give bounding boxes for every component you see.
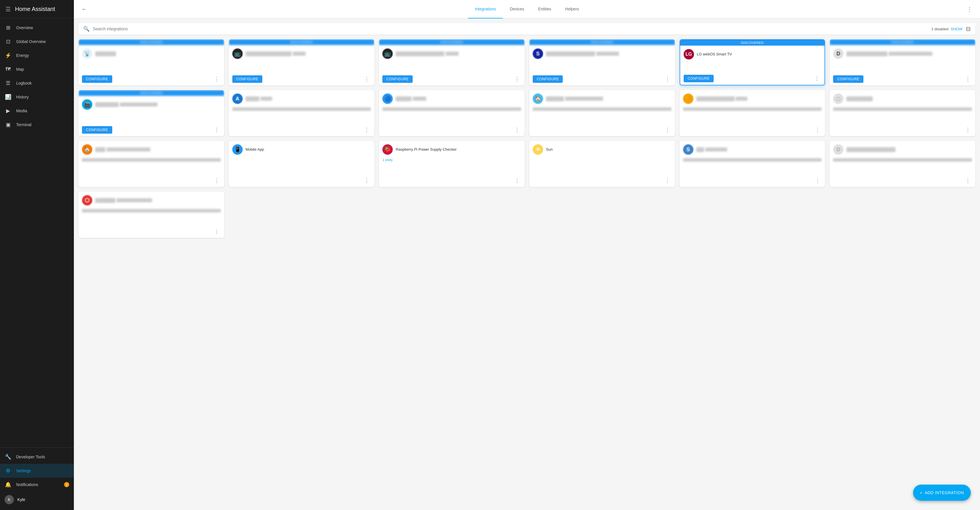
card-links[interactable]: N device and N+ entities [833, 158, 972, 162]
configure-button[interactable]: CONFIGURE [82, 75, 112, 83]
card-icon: S [533, 48, 543, 59]
card-links[interactable]: 1 entity [382, 158, 521, 162]
card-header-row: LG LG webOS Smart TV [684, 49, 821, 59]
integration-card-rpi[interactable]: 🍓 Raspberry Pi Power Supply Checker 1 en… [379, 141, 525, 187]
sidebar-item-global-overview[interactable]: ⊡ Global Overview [0, 35, 74, 48]
card-links[interactable]: N device and N+ entities [683, 158, 822, 162]
card-footer: ⋮ [679, 174, 825, 187]
integration-card-google-cast[interactable]: Discovered 📡 Google Cast CONFIGURE⋮ [78, 39, 224, 85]
tab-entities[interactable]: Entities [531, 0, 558, 19]
card-footer: CONFIGURE⋮ [78, 73, 224, 85]
card-icon: ⬡ [82, 195, 92, 206]
card-more-button[interactable]: ⋮ [213, 75, 221, 83]
integration-card-lg-webos[interactable]: Discovered LG LG webOS Smart TV CONFIGUR… [679, 39, 825, 85]
integration-card-skyconnect[interactable]: ⬡ SkyConnect Silicon Home Automation N+ … [78, 192, 224, 238]
card-links[interactable]: Configure and N+ entities [533, 107, 671, 111]
card-more-button[interactable]: ⋮ [363, 177, 371, 185]
tab-devices[interactable]: Devices [503, 0, 531, 19]
integration-card-supervisor[interactable]: 🏠 Supervisor Home Assistant Supervisor C… [529, 90, 675, 136]
overview-icon: ⊞ [5, 24, 11, 31]
card-more-button[interactable]: ⋮ [363, 75, 371, 83]
more-options-button[interactable]: ⋮ [964, 3, 975, 15]
integration-card-hass-syncthing[interactable]: S hass Samsung UUID N device and N+ enti… [679, 141, 825, 187]
card-more-button[interactable]: ⋮ [813, 126, 822, 134]
sidebar-header: ☰ Home Assistant [0, 0, 74, 19]
sidebar-item-logbook[interactable]: ☰ Logbook [0, 76, 74, 90]
card-header-row: ◌ Beacon Tracker [833, 94, 972, 104]
card-links[interactable]: 1 device and N+ entities [82, 158, 221, 162]
card-title: hass [696, 147, 704, 152]
search-input[interactable] [93, 27, 928, 31]
sidebar-item-map[interactable]: 🗺 Map [0, 62, 74, 76]
card-links[interactable]: 1 device [833, 107, 972, 111]
topbar: ← Integrations Devices Entities Helpers … [74, 0, 980, 19]
integration-card-mobile-app[interactable]: 📱 Mobile App ⋮ [229, 141, 375, 187]
sidebar-user[interactable]: K Kyle [0, 491, 74, 508]
tab-integrations[interactable]: Integrations [468, 0, 503, 19]
card-more-button[interactable]: ⋮ [813, 75, 821, 83]
card-header-row: 📺 Living Room (Apple TV 4,1) Apple TV [232, 48, 371, 59]
card-links[interactable]: N+ devices and N+ entities [82, 209, 221, 212]
card-more-button[interactable]: ⋮ [813, 177, 822, 185]
card-more-button[interactable]: ⋮ [513, 177, 521, 185]
integration-card-living-room-tv[interactable]: Discovered 📺 Living Room TV (Apple TV 4)… [379, 39, 525, 85]
card-links[interactable]: 1 device [683, 107, 822, 111]
back-button[interactable]: ← [78, 3, 90, 15]
sidebar-item-energy[interactable]: ⚡ Energy [0, 48, 74, 62]
tab-helpers[interactable]: Helpers [558, 0, 586, 19]
sidebar-item-developer-tools[interactable]: 🔧 Developer Tools [0, 450, 74, 464]
integration-card-addon1[interactable]: A Addon 1 ADDON 1 device and N+ entities… [229, 90, 375, 136]
card-more-button[interactable]: ⋮ [964, 75, 972, 83]
card-name: hass Samsung UUID [696, 147, 727, 152]
card-more-button[interactable]: ⋮ [213, 228, 221, 236]
card-header-row: S SAMSUNG UE50 UHD 55 50 Samsung QLED [533, 48, 671, 59]
configure-button[interactable]: CONFIGURE [684, 75, 714, 82]
configure-button[interactable]: CONFIGURE [533, 75, 563, 83]
sidebar-item-settings[interactable]: ⚙ Settings [0, 464, 74, 478]
card-icon: S [683, 144, 694, 155]
sidebar-item-terminal[interactable]: ▣ Terminal [0, 118, 74, 132]
terminal-icon: ▣ [5, 121, 11, 128]
card-title: SkyConnect [95, 198, 115, 203]
card-links[interactable]: 1 device [382, 107, 521, 111]
card-more-button[interactable]: ⋮ [213, 177, 221, 185]
configure-button[interactable]: CONFIGURE [82, 126, 112, 134]
integration-card-jellyfin[interactable]: Discovered 🎬 Jellyfin - Knox DLNA Digita… [78, 90, 224, 136]
card-header-row: D DENON Pro AVR-3113 10-10 [833, 144, 972, 155]
discovered-banner: Discovered [680, 40, 825, 46]
card-links[interactable]: 1 device and N+ entities [232, 107, 371, 111]
menu-icon[interactable]: ☰ [5, 6, 11, 13]
card-more-button[interactable]: ⋮ [663, 177, 671, 185]
card-header-row: S hass Samsung UUID [683, 144, 822, 155]
sidebar-item-overview[interactable]: ⊞ Overview [0, 21, 74, 35]
card-body: 📺 Living Room (Apple TV 4,1) Apple TV [229, 45, 375, 73]
integration-card-living-room-apple[interactable]: Discovered 📺 Living Room (Apple TV 4,1) … [229, 39, 375, 85]
filter-icon[interactable]: ⊟ [966, 26, 971, 32]
card-more-button[interactable]: ⋮ [964, 177, 972, 185]
integration-card-samsung[interactable]: Discovered S SAMSUNG UE50 UHD 55 50 Sams… [529, 39, 675, 85]
sidebar-item-media[interactable]: ▶ Media [0, 104, 74, 118]
card-more-button[interactable]: ⋮ [513, 75, 521, 83]
configure-button[interactable]: CONFIGURE [232, 75, 262, 83]
configure-button[interactable]: CONFIGURE [833, 75, 864, 83]
integration-card-beacon[interactable]: ◌ Beacon Tracker 1 device ⋮ [830, 90, 975, 136]
sidebar-item-notifications[interactable]: 🔔 Notifications 1 [0, 478, 74, 491]
integration-card-hassio-bridge[interactable]: 🔶 HASSIO Bridge STDIN Console 1 device ⋮ [679, 90, 825, 136]
card-more-button[interactable]: ⋮ [513, 126, 521, 134]
integration-card-bluetooth[interactable]: 🔵 Bluetooth Bluetooth 1 device ⋮ [379, 90, 525, 136]
card-more-button[interactable]: ⋮ [663, 75, 671, 83]
card-more-button[interactable]: ⋮ [964, 126, 972, 134]
sidebar-item-history[interactable]: 📊 History [0, 90, 74, 104]
configure-button[interactable]: CONFIGURE [382, 75, 413, 83]
card-more-button[interactable]: ⋮ [663, 126, 671, 134]
energy-icon: ⚡ [5, 52, 11, 59]
integration-card-sun[interactable]: ☀ Sun ⋮ [529, 141, 675, 187]
add-integration-button[interactable]: + ADD INTEGRATION [913, 484, 971, 501]
card-body: A Addon 1 ADDON 1 device and N+ entities [229, 90, 375, 124]
integration-card-denon2[interactable]: D DENON Pro AVR-3113 10-10 N device and … [830, 141, 975, 187]
integration-card-denon[interactable]: Discovered D DENON Pro AVR-3113E DENON D… [830, 39, 975, 85]
card-more-button[interactable]: ⋮ [363, 126, 371, 134]
card-more-button[interactable]: ⋮ [213, 126, 221, 134]
integration-card-home[interactable]: 🏠 Home Home integration notified about 1… [78, 141, 224, 187]
show-disabled-button[interactable]: SHOW [951, 27, 963, 31]
